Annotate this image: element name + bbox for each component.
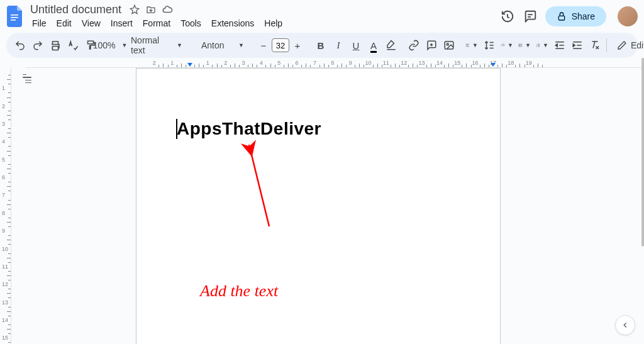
menu-tools[interactable]: Tools bbox=[176, 17, 206, 30]
header-actions: Share bbox=[500, 6, 638, 26]
document-area: 2112345678910111213141516171819 12345678… bbox=[0, 58, 641, 344]
vertical-ruler[interactable]: 12345678910111213141516 bbox=[0, 68, 11, 344]
svg-text:3: 3 bbox=[536, 46, 538, 47]
svg-point-21 bbox=[519, 45, 519, 46]
share-label: Share bbox=[572, 11, 595, 21]
svg-point-23 bbox=[519, 46, 519, 47]
font-size-group: − + bbox=[254, 38, 307, 52]
editing-mode-button[interactable]: Editing ▼ bbox=[609, 40, 644, 50]
font-dropdown[interactable]: Anton▼ bbox=[192, 36, 249, 54]
zoom-dropdown[interactable]: 100%▼ bbox=[99, 36, 117, 54]
comments-icon[interactable] bbox=[523, 9, 538, 24]
vertical-scrollbar[interactable] bbox=[641, 58, 644, 344]
highlight-color-button[interactable] bbox=[382, 36, 400, 54]
menu-view[interactable]: View bbox=[77, 17, 105, 30]
share-button[interactable]: Share bbox=[545, 6, 606, 26]
document-body-text[interactable]: AppsThatDeliver bbox=[177, 119, 321, 139]
menu-file[interactable]: File bbox=[28, 17, 51, 30]
svg-rect-2 bbox=[11, 19, 16, 21]
document-page[interactable]: AppsThatDeliver bbox=[136, 68, 501, 344]
title-area: Untitled document File Edit View Insert … bbox=[28, 3, 496, 30]
menu-extensions[interactable]: Extensions bbox=[207, 17, 258, 30]
menu-bar: File Edit View Insert Format Tools Exten… bbox=[28, 16, 496, 30]
svg-point-19 bbox=[519, 44, 519, 45]
explore-button[interactable] bbox=[615, 315, 635, 335]
menu-help[interactable]: Help bbox=[260, 17, 287, 30]
svg-point-10 bbox=[447, 43, 448, 45]
add-comment-button[interactable] bbox=[423, 36, 440, 54]
menu-edit[interactable]: Edit bbox=[52, 17, 76, 30]
numbered-list-button[interactable]: 123▼ bbox=[533, 36, 551, 54]
svg-rect-5 bbox=[558, 16, 564, 20]
svg-rect-0 bbox=[11, 14, 18, 16]
bulleted-list-button[interactable]: ▼ bbox=[516, 36, 533, 54]
star-icon[interactable] bbox=[129, 4, 140, 15]
svg-rect-6 bbox=[53, 47, 58, 50]
text-color-button[interactable]: A bbox=[365, 36, 382, 54]
move-icon[interactable] bbox=[145, 4, 157, 15]
spellcheck-button[interactable] bbox=[64, 36, 82, 54]
docs-logo-icon[interactable] bbox=[6, 5, 24, 28]
document-canvas[interactable]: AppsThatDeliver Add the text bbox=[11, 68, 641, 344]
doc-title[interactable]: Untitled document bbox=[28, 3, 124, 16]
font-size-decrease-button[interactable]: − bbox=[257, 38, 270, 52]
menu-insert[interactable]: Insert bbox=[106, 17, 137, 30]
font-size-increase-button[interactable]: + bbox=[291, 38, 304, 52]
clear-formatting-button[interactable] bbox=[586, 36, 604, 54]
italic-button[interactable]: I bbox=[330, 36, 347, 54]
insert-link-button[interactable] bbox=[405, 36, 423, 54]
history-icon[interactable] bbox=[500, 9, 515, 24]
avatar[interactable] bbox=[618, 6, 638, 26]
horizontal-ruler[interactable]: 2112345678910111213141516171819 bbox=[25, 58, 641, 68]
app-header: Untitled document File Edit View Insert … bbox=[0, 0, 644, 30]
align-button[interactable]: ▼ bbox=[463, 36, 480, 54]
scrollbar-thumb[interactable] bbox=[641, 58, 644, 247]
font-size-input[interactable] bbox=[272, 38, 289, 52]
print-button[interactable] bbox=[47, 36, 64, 54]
redo-button[interactable] bbox=[29, 36, 47, 54]
line-spacing-button[interactable] bbox=[480, 36, 498, 54]
cloud-status-icon[interactable] bbox=[162, 4, 173, 15]
undo-button[interactable] bbox=[11, 36, 29, 54]
toolbar: 100%▼ Normal text▼ Anton▼ − + B I U A ▼ … bbox=[6, 33, 638, 58]
svg-rect-1 bbox=[11, 17, 18, 18]
outline-toggle-button[interactable] bbox=[20, 72, 34, 86]
menu-format[interactable]: Format bbox=[138, 17, 175, 30]
checklist-button[interactable]: ▼ bbox=[498, 36, 516, 54]
underline-button[interactable]: U bbox=[347, 36, 365, 54]
bold-button[interactable]: B bbox=[312, 36, 330, 54]
insert-image-button[interactable] bbox=[440, 36, 458, 54]
paragraph-style-dropdown[interactable]: Normal text▼ bbox=[122, 36, 187, 54]
decrease-indent-button[interactable] bbox=[551, 36, 569, 54]
increase-indent-button[interactable] bbox=[569, 36, 586, 54]
